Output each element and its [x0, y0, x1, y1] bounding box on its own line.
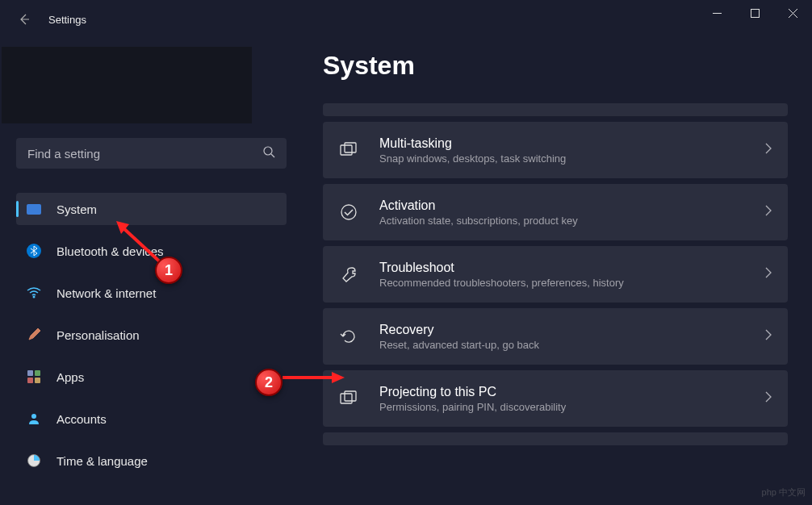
svg-point-8	[341, 205, 356, 219]
svg-point-5	[31, 414, 36, 419]
minimize-icon	[713, 9, 722, 18]
chevron-right-icon	[765, 391, 772, 406]
settings-text: Activation Activation state, subscriptio…	[379, 198, 765, 227]
content-area: System Multi-tasking Snap windows, deskt…	[299, 39, 812, 505]
bluetooth-icon	[26, 243, 42, 259]
svg-marker-14	[332, 372, 345, 383]
svg-rect-6	[341, 145, 352, 155]
brush-icon	[26, 327, 42, 343]
svg-line-3	[271, 154, 274, 157]
settings-desc: Recommended troubleshooters, preferences…	[379, 277, 765, 289]
wifi-icon	[26, 285, 42, 301]
svg-rect-1	[751, 9, 760, 17]
window-title: Settings	[48, 14, 86, 26]
close-button[interactable]	[774, 0, 812, 26]
project-icon	[339, 389, 358, 408]
annotation-callout-1: 1	[155, 257, 182, 284]
settings-list: Multi-tasking Snap windows, desktops, ta…	[323, 103, 788, 445]
settings-text: Troubleshoot Recommended troubleshooters…	[379, 261, 765, 289]
back-button[interactable]	[15, 10, 34, 29]
settings-text: Multi-tasking Snap windows, desktops, ta…	[379, 136, 765, 165]
settings-item-projecting[interactable]: Projecting to this PC Permissions, pairi…	[323, 370, 788, 427]
settings-item-partial-bottom[interactable]	[323, 432, 788, 445]
settings-title: Projecting to this PC	[379, 385, 765, 399]
page-title: System	[323, 51, 788, 81]
titlebar: Settings	[0, 0, 812, 39]
settings-text: Recovery Reset, advanced start-up, go ba…	[379, 323, 765, 351]
minimize-button[interactable]	[698, 0, 736, 26]
settings-item-partial-top[interactable]	[323, 103, 788, 116]
svg-point-4	[33, 296, 36, 298]
settings-desc: Permissions, pairing PIN, discoverabilit…	[379, 401, 765, 413]
profile-area	[2, 47, 252, 123]
settings-item-multitasking[interactable]: Multi-tasking Snap windows, desktops, ta…	[323, 122, 788, 178]
svg-rect-7	[345, 143, 356, 152]
chevron-right-icon	[765, 267, 772, 282]
search-box[interactable]	[16, 138, 287, 169]
watermark: php 中文网	[762, 486, 806, 499]
settings-item-troubleshoot[interactable]: Troubleshoot Recommended troubleshooters…	[323, 246, 788, 303]
window-controls	[698, 0, 812, 26]
wrench-icon	[339, 265, 358, 284]
back-arrow-icon	[18, 13, 31, 26]
multitask-icon	[339, 140, 358, 160]
sidebar-item-label: Time & language	[57, 454, 148, 468]
sidebar-item-time[interactable]: Time & language	[16, 444, 287, 477]
settings-title: Recovery	[379, 323, 765, 337]
maximize-icon	[751, 9, 760, 18]
search-icon	[263, 146, 275, 161]
settings-title: Multi-tasking	[379, 136, 765, 151]
check-icon	[339, 202, 358, 222]
sidebar-item-personalisation[interactable]: Personalisation	[16, 319, 287, 351]
recovery-icon	[339, 327, 358, 346]
settings-title: Activation	[379, 198, 765, 213]
settings-title: Troubleshoot	[379, 261, 765, 275]
svg-point-2	[264, 147, 272, 155]
sidebar-item-label: System	[57, 202, 97, 216]
monitor-icon	[26, 201, 42, 217]
svg-rect-9	[341, 394, 352, 403]
chevron-right-icon	[765, 143, 772, 157]
settings-item-recovery[interactable]: Recovery Reset, advanced start-up, go ba…	[323, 308, 788, 365]
sidebar-item-network[interactable]: Network & internet	[16, 277, 287, 309]
person-icon	[26, 411, 42, 427]
settings-item-activation[interactable]: Activation Activation state, subscriptio…	[323, 184, 788, 240]
settings-desc: Activation state, subscriptions, product…	[379, 215, 765, 227]
settings-desc: Reset, advanced start-up, go back	[379, 339, 765, 351]
chevron-right-icon	[765, 205, 772, 219]
apps-icon	[26, 369, 42, 385]
sidebar-item-accounts[interactable]: Accounts	[16, 403, 287, 435]
sidebar-item-label: Accounts	[57, 412, 107, 426]
settings-text: Projecting to this PC Permissions, pairi…	[379, 385, 765, 413]
settings-desc: Snap windows, desktops, task switching	[379, 152, 765, 165]
chevron-right-icon	[765, 329, 772, 344]
sidebar-item-label: Network & internet	[57, 286, 156, 300]
svg-rect-10	[345, 391, 356, 401]
sidebar-item-label: Apps	[57, 370, 84, 384]
annotation-arrow-2	[278, 369, 347, 386]
close-icon	[789, 9, 797, 18]
clock-icon	[26, 453, 42, 469]
search-input[interactable]	[27, 147, 263, 161]
sidebar-item-apps[interactable]: Apps	[16, 361, 287, 393]
annotation-callout-2: 2	[255, 369, 283, 396]
maximize-button[interactable]	[736, 0, 774, 26]
sidebar-item-label: Personalisation	[57, 328, 140, 342]
